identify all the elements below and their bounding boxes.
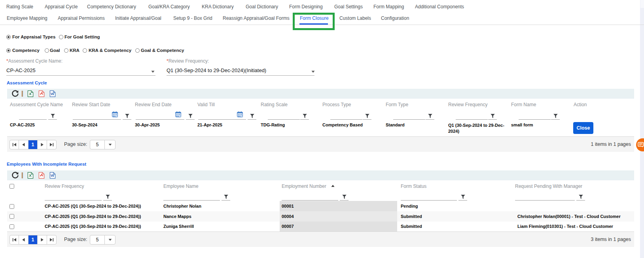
svg-text:W: W bbox=[51, 173, 54, 178]
svg-text:W: W bbox=[51, 92, 54, 96]
svg-text:X: X bbox=[29, 92, 32, 96]
svg-text:X: X bbox=[29, 173, 32, 178]
